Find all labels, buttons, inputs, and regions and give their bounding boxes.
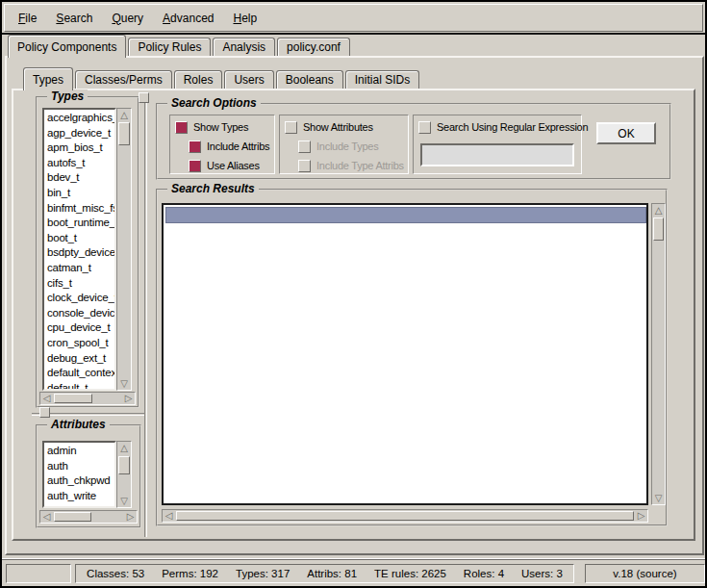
menu-query[interactable]: Query [106, 10, 149, 27]
types-frame-label: Types [47, 89, 88, 103]
horizontal-sash-handle[interactable] [39, 407, 50, 418]
tab-policy-rules[interactable]: Policy Rules [128, 38, 211, 56]
checkbox-unchecked-icon [285, 121, 297, 134]
checkbox-unchecked-icon [298, 141, 311, 153]
scrollbar-thumb[interactable] [118, 122, 130, 145]
types-horizontal-scrollbar[interactable]: ◁ ▷ [39, 392, 136, 405]
scroll-up-icon[interactable]: △ [652, 204, 665, 217]
types-listbox[interactable]: accelgraphics_e agp_device_t apm_bios_t … [42, 108, 116, 391]
app-window: File Search Query Advanced Help Policy C… [0, 0, 707, 588]
scroll-down-icon[interactable]: ▽ [117, 495, 131, 507]
checkbox-label: Show Types [193, 121, 248, 133]
tab-initial-sids[interactable]: Initial SIDs [345, 70, 419, 89]
scroll-up-icon[interactable]: △ [117, 109, 131, 121]
list-item[interactable]: binfmt_misc_fs [47, 201, 114, 217]
checkbox-unchecked-icon [298, 160, 311, 172]
scroll-left-icon[interactable]: ◁ [163, 510, 175, 522]
tab-classes-perms[interactable]: Classes/Perms [75, 70, 172, 89]
tab-types[interactable]: Types [23, 67, 73, 90]
attributes-horizontal-scrollbar[interactable]: ◁ ▷ [39, 510, 138, 524]
scroll-up-icon[interactable]: △ [117, 442, 131, 454]
list-item[interactable]: clock_device_t [47, 291, 114, 306]
list-item[interactable]: cpu_device_t [47, 320, 114, 336]
list-item[interactable]: auth [47, 459, 114, 474]
vertical-sash-handle[interactable] [139, 92, 149, 103]
scroll-right-icon[interactable]: ▷ [122, 393, 135, 404]
tab-policy-conf[interactable]: policy.conf [277, 38, 350, 56]
status-panel-left [6, 564, 71, 583]
menu-bar: File Search Query Advanced Help [4, 4, 703, 32]
checkbox-label: Include Type Attribs [316, 160, 404, 171]
checkbox-show-attributes[interactable]: Show Attributes [285, 120, 373, 134]
scroll-left-icon[interactable]: ◁ [40, 393, 53, 404]
scroll-down-icon[interactable]: ▽ [652, 492, 665, 504]
results-horizontal-scrollbar[interactable]: ◁ ▷ [162, 509, 648, 523]
scrollbar-thumb[interactable] [54, 512, 91, 522]
tab-roles[interactable]: Roles [174, 70, 223, 89]
list-item[interactable]: default_t [47, 381, 114, 391]
search-results-label: Search Results [167, 182, 259, 195]
list-item[interactable]: auth_write [47, 489, 114, 504]
stat-perms: Perms: 192 [162, 568, 218, 579]
list-item[interactable]: console_device [47, 306, 114, 321]
list-item[interactable]: cron_spool_t [47, 336, 114, 351]
menu-help[interactable]: Help [227, 10, 263, 27]
checkbox-unchecked-icon [418, 121, 431, 134]
stat-users: Users: 3 [521, 568, 563, 579]
checkbox-include-types[interactable]: Include Types [298, 140, 378, 153]
tab-booleans[interactable]: Booleans [276, 70, 343, 89]
scrollbar-thumb[interactable] [54, 394, 92, 403]
attributes-listbox[interactable]: admin auth auth_chkpwd auth_write [42, 441, 116, 508]
status-separator [2, 558, 705, 560]
search-results-text[interactable] [162, 203, 648, 505]
scrollbar-thumb[interactable] [176, 511, 634, 521]
list-item[interactable]: admin [47, 444, 114, 459]
checkbox-include-type-attribs[interactable]: Include Type Attribs [298, 159, 404, 172]
list-item[interactable]: catman_t [47, 261, 114, 276]
vertical-sash[interactable] [144, 92, 147, 537]
scroll-down-icon[interactable]: ▽ [117, 377, 131, 390]
search-options-label: Search Options [167, 96, 261, 110]
regex-input[interactable] [420, 143, 574, 166]
checkbox-regex-search[interactable]: Search Using Regular Expression [418, 120, 588, 134]
list-item[interactable]: debug_ext_t [47, 351, 114, 367]
list-item[interactable]: accelgraphics_e [47, 111, 114, 126]
menu-search[interactable]: Search [50, 10, 98, 27]
menu-file[interactable]: File [13, 10, 42, 27]
list-item[interactable]: autofs_t [47, 156, 114, 171]
scroll-right-icon[interactable]: ▷ [124, 511, 137, 523]
tab-policy-components[interactable]: Policy Components [8, 35, 126, 58]
tab-analysis[interactable]: Analysis [213, 38, 275, 56]
checkbox-show-types[interactable]: Show Types [175, 120, 248, 134]
tab-users[interactable]: Users [224, 70, 273, 89]
scroll-left-icon[interactable]: ◁ [40, 511, 53, 523]
list-item[interactable]: bsdpty_device_ [47, 245, 114, 261]
results-vertical-scrollbar[interactable]: △ ▽ [651, 203, 666, 505]
checkbox-label: Include Types [316, 141, 378, 152]
checkbox-include-attribs[interactable]: Include Attribs [189, 140, 269, 153]
ok-button[interactable]: OK [596, 122, 656, 144]
checkbox-checked-icon [189, 160, 201, 172]
stat-attribs: Attribs: 81 [307, 568, 357, 579]
scrollbar-thumb[interactable] [118, 456, 130, 474]
checkbox-checked-icon [175, 121, 188, 134]
list-item[interactable]: default_context [47, 366, 114, 381]
checkbox-label: Show Attributes [303, 121, 373, 133]
menu-advanced[interactable]: Advanced [157, 10, 219, 27]
list-item[interactable]: cifs_t [47, 276, 114, 292]
version-label: v.18 (source) [613, 568, 676, 579]
list-item[interactable]: apm_bios_t [47, 141, 114, 156]
types-vertical-scrollbar[interactable]: △ ▽ [116, 108, 132, 391]
attributes-frame-label: Attributes [47, 418, 110, 431]
list-item[interactable]: boot_runtime_t [47, 216, 114, 231]
list-item[interactable]: agp_device_t [47, 126, 114, 141]
list-item[interactable]: boot_t [47, 231, 114, 246]
list-item[interactable]: auth_chkpwd [47, 473, 114, 489]
scroll-right-icon[interactable]: ▷ [635, 510, 647, 522]
status-panel-stats: Classes: 53 Perms: 192 Types: 317 Attrib… [75, 564, 574, 583]
list-item[interactable]: bin_t [47, 186, 114, 201]
scrollbar-thumb[interactable] [653, 217, 664, 241]
checkbox-use-aliases[interactable]: Use Aliases [189, 159, 260, 172]
attributes-vertical-scrollbar[interactable]: △ ▽ [116, 441, 132, 508]
list-item[interactable]: bdev_t [47, 170, 114, 186]
